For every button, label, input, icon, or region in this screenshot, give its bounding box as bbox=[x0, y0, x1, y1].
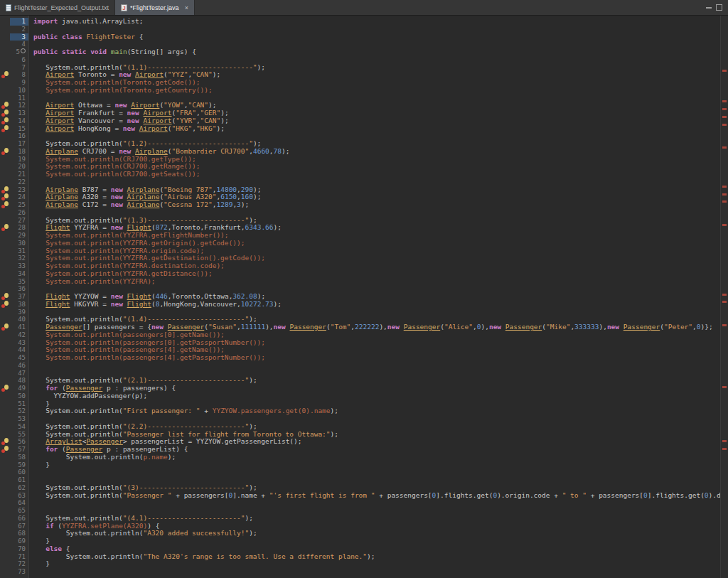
line-number[interactable]: 5 bbox=[10, 48, 28, 56]
overview-error-mark[interactable] bbox=[722, 386, 727, 388]
error-quickfix-icon[interactable] bbox=[1, 438, 9, 444]
line-number[interactable]: 68 bbox=[10, 530, 28, 537]
line-number[interactable]: 31 bbox=[10, 247, 28, 255]
line-number[interactable]: 29 bbox=[10, 232, 28, 240]
error-quickfix-icon[interactable] bbox=[1, 224, 9, 230]
line-number[interactable]: 47 bbox=[10, 370, 28, 378]
line-number[interactable]: 17 bbox=[10, 140, 28, 148]
line-number[interactable]: 70 bbox=[10, 545, 28, 553]
gutter-cell[interactable] bbox=[0, 71, 10, 79]
line-number[interactable]: 56 bbox=[10, 438, 28, 446]
line-number[interactable]: 32 bbox=[10, 255, 28, 262]
line-number[interactable]: 24 bbox=[10, 193, 28, 201]
line-number[interactable]: 7 bbox=[10, 64, 28, 72]
code-line[interactable]: Airplane C172 = new Airplane("Cessna 172… bbox=[33, 201, 720, 209]
overview-error-mark[interactable] bbox=[722, 193, 727, 196]
overview-error-mark[interactable] bbox=[722, 100, 727, 102]
line-number[interactable]: 59 bbox=[10, 461, 28, 469]
line-number[interactable]: 14 bbox=[10, 117, 28, 125]
maximize-icon[interactable] bbox=[716, 4, 722, 11]
line-number[interactable]: 35 bbox=[10, 278, 28, 286]
line-number[interactable]: 28 bbox=[10, 224, 28, 232]
gutter-cell[interactable] bbox=[0, 446, 10, 454]
line-number[interactable]: 34 bbox=[10, 270, 28, 278]
line-number[interactable]: 65 bbox=[10, 507, 28, 515]
code-line[interactable]: import java.util.ArrayList; bbox=[33, 18, 720, 26]
line-number[interactable]: 6 bbox=[10, 56, 28, 64]
line-number[interactable]: 50 bbox=[10, 392, 28, 400]
line-number[interactable]: 73 bbox=[10, 568, 28, 576]
line-number[interactable]: 60 bbox=[10, 469, 28, 476]
minimize-icon[interactable] bbox=[706, 7, 712, 9]
line-number[interactable]: 11 bbox=[10, 95, 28, 102]
overview-error-mark[interactable] bbox=[722, 124, 727, 126]
error-quickfix-icon[interactable] bbox=[1, 301, 9, 307]
error-quickfix-icon[interactable] bbox=[1, 186, 9, 193]
code-line[interactable]: YYZYOW.addPassenger(p); bbox=[33, 392, 720, 400]
line-number[interactable]: 38 bbox=[10, 301, 28, 309]
overview-error-mark[interactable] bbox=[722, 108, 727, 110]
line-number[interactable]: 36 bbox=[10, 285, 28, 293]
line-number[interactable]: 69 bbox=[10, 537, 28, 545]
gutter-cell[interactable] bbox=[0, 201, 10, 209]
line-number[interactable]: 15 bbox=[10, 125, 28, 133]
error-quickfix-icon[interactable] bbox=[1, 117, 9, 124]
line-number[interactable]: 54 bbox=[10, 423, 28, 431]
code-line[interactable] bbox=[33, 568, 720, 576]
line-number[interactable]: 25 bbox=[10, 201, 28, 209]
line-number[interactable]: 41 bbox=[10, 323, 28, 331]
line-number[interactable]: 52 bbox=[10, 407, 28, 415]
line-number[interactable]: 46 bbox=[10, 362, 28, 370]
line-number[interactable]: 30 bbox=[10, 240, 28, 247]
tab-flighttester-java[interactable]: J *FlightTester.java × bbox=[115, 0, 195, 15]
tab-flighttester-expected-output[interactable]: FlightTester_Expected_Output.txt bbox=[0, 0, 115, 15]
code-line[interactable]: System.out.println("Passenger " + passen… bbox=[33, 492, 720, 500]
code-line[interactable]: System.out.println(YYZFRA); bbox=[33, 278, 720, 286]
line-number[interactable]: 39 bbox=[10, 309, 28, 316]
code-line[interactable]: Airport HongKong = new Airport("HKG","HK… bbox=[33, 125, 720, 133]
line-number[interactable]: 2 bbox=[10, 26, 28, 33]
code-line[interactable]: public static void main(String[] args) { bbox=[33, 48, 720, 56]
code-line[interactable]: Flight HKGYVR = new Flight(8,HongKong,Va… bbox=[33, 301, 720, 309]
gutter-cell[interactable] bbox=[0, 438, 10, 446]
line-number[interactable]: 3 bbox=[10, 33, 28, 41]
code-line[interactable] bbox=[33, 499, 720, 507]
tab-close-icon[interactable]: × bbox=[185, 4, 188, 11]
overview-error-mark[interactable] bbox=[722, 324, 727, 326]
code-line[interactable]: System.out.println(p.name); bbox=[33, 454, 720, 461]
error-quickfix-icon[interactable] bbox=[1, 71, 9, 77]
line-number[interactable]: 33 bbox=[10, 262, 28, 270]
line-number[interactable]: 58 bbox=[10, 454, 28, 461]
code-line[interactable]: } bbox=[33, 537, 720, 545]
code-line[interactable] bbox=[33, 469, 720, 476]
gutter-cell[interactable] bbox=[0, 323, 10, 331]
error-quickfix-icon[interactable] bbox=[1, 385, 9, 391]
line-number[interactable]: 64 bbox=[10, 499, 28, 507]
line-number[interactable]: 48 bbox=[10, 377, 28, 385]
code-line[interactable]: System.out.println(CRJ700.getSeats()); bbox=[33, 171, 720, 178]
line-number[interactable]: 9 bbox=[10, 79, 28, 87]
gutter-cell[interactable] bbox=[0, 109, 10, 117]
error-quickfix-icon[interactable] bbox=[1, 293, 9, 299]
error-quickfix-icon[interactable] bbox=[1, 201, 9, 208]
overview-error-mark[interactable] bbox=[722, 200, 727, 203]
gutter-cell[interactable] bbox=[0, 125, 10, 133]
line-number[interactable]: 40 bbox=[10, 316, 28, 323]
overview-error-mark[interactable] bbox=[722, 301, 727, 303]
line-number[interactable]: 63 bbox=[10, 492, 28, 500]
gutter-cell[interactable] bbox=[0, 224, 10, 232]
error-quickfix-icon[interactable] bbox=[1, 109, 9, 116]
error-quickfix-icon[interactable] bbox=[1, 193, 9, 200]
code-area[interactable]: import java.util.ArrayList;public class … bbox=[29, 16, 720, 578]
line-number[interactable]: 62 bbox=[10, 484, 28, 492]
gutter-cell[interactable] bbox=[0, 193, 10, 201]
gutter-cell[interactable] bbox=[0, 293, 10, 301]
code-line[interactable]: } bbox=[33, 560, 720, 568]
line-number[interactable]: 43 bbox=[10, 339, 28, 347]
line-number[interactable]: 66 bbox=[10, 515, 28, 523]
line-number[interactable]: 37 bbox=[10, 293, 28, 301]
error-quickfix-icon[interactable] bbox=[1, 102, 9, 108]
line-number[interactable]: 67 bbox=[10, 523, 28, 530]
code-line[interactable]: } bbox=[33, 461, 720, 469]
overview-ruler[interactable] bbox=[720, 16, 728, 578]
